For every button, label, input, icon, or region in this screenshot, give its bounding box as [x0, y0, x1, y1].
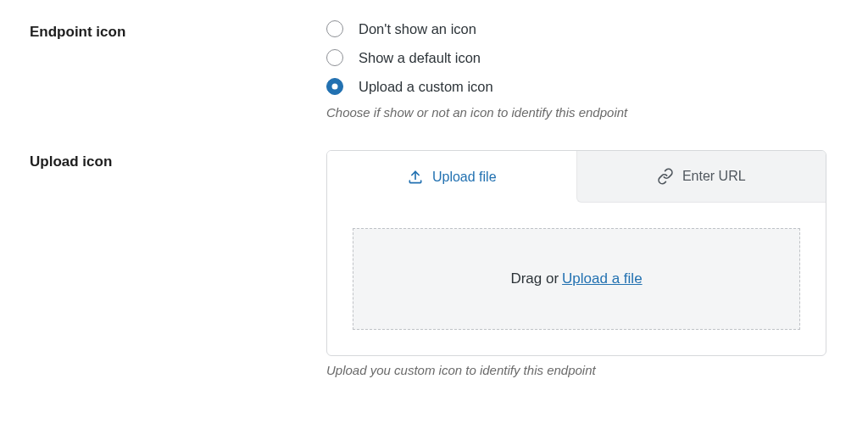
- radio-button-icon: [326, 78, 343, 95]
- tab-enter-url[interactable]: Enter URL: [576, 151, 826, 203]
- endpoint-icon-helper-text: Choose if show or not an icon to identif…: [326, 105, 826, 120]
- upload-icon-content: Upload file Enter URL Drag or Upload a f…: [326, 150, 826, 377]
- endpoint-icon-label: Endpoint icon: [30, 20, 292, 120]
- radio-upload-custom-icon[interactable]: Upload a custom icon: [326, 78, 826, 95]
- dropzone-text: Drag or: [510, 270, 559, 287]
- radio-label: Don't show an icon: [359, 21, 476, 37]
- upload-file-link[interactable]: Upload a file: [562, 270, 643, 287]
- radio-dont-show-icon[interactable]: Don't show an icon: [326, 20, 826, 37]
- radio-show-default-icon[interactable]: Show a default icon: [326, 49, 826, 66]
- radio-button-icon: [326, 49, 343, 66]
- upload-icon-helper-text: Upload you custom icon to identify this …: [326, 363, 826, 377]
- tab-upload-file-label: Upload file: [432, 170, 497, 185]
- tab-enter-url-label: Enter URL: [682, 169, 746, 184]
- upload-icon: [407, 169, 424, 186]
- endpoint-icon-section: Endpoint icon Don't show an icon Show a …: [30, 20, 838, 120]
- tab-upload-file[interactable]: Upload file: [327, 151, 576, 203]
- upload-dropzone[interactable]: Drag or Upload a file: [353, 228, 800, 330]
- radio-label: Show a default icon: [359, 50, 481, 66]
- upload-icon-label: Upload icon: [30, 150, 292, 377]
- radio-button-icon: [326, 20, 343, 37]
- radio-label: Upload a custom icon: [359, 79, 493, 95]
- upload-card: Upload file Enter URL Drag or Upload a f…: [326, 150, 826, 356]
- endpoint-icon-content: Don't show an icon Show a default icon U…: [326, 20, 826, 120]
- upload-icon-section: Upload icon Upload file En: [30, 150, 838, 377]
- endpoint-icon-radio-group: Don't show an icon Show a default icon U…: [326, 20, 826, 95]
- upload-tabs: Upload file Enter URL: [327, 151, 826, 203]
- link-icon: [657, 168, 674, 185]
